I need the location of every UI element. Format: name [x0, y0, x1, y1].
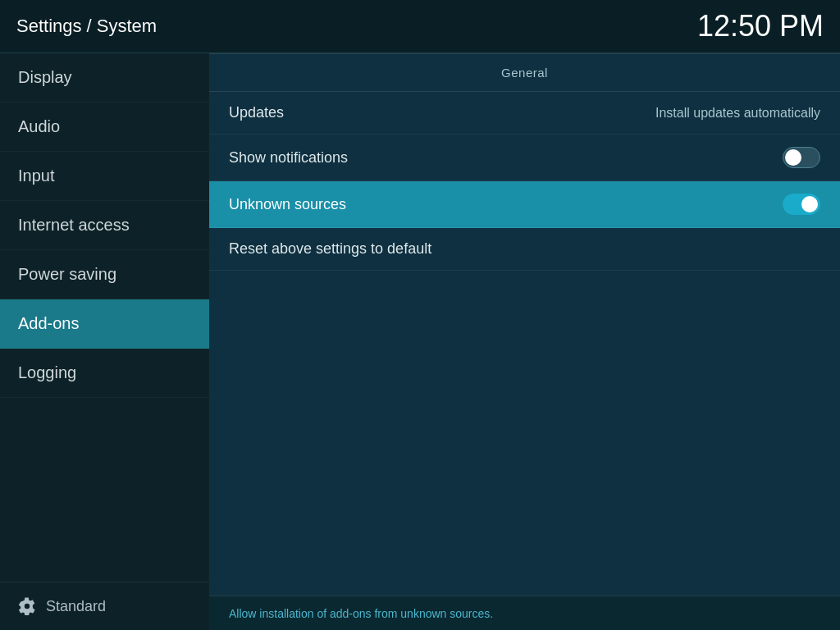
sidebar-item-power-saving[interactable]: Power saving — [0, 250, 209, 299]
updates-value: Install updates automatically — [655, 106, 820, 121]
main-content-area: General Updates Install updates automati… — [209, 53, 840, 630]
reset-settings-row[interactable]: Reset above settings to default — [209, 228, 840, 271]
sidebar-item-logging[interactable]: Logging — [0, 349, 209, 398]
sidebar-footer[interactable]: Standard — [0, 582, 209, 630]
profile-label: Standard — [46, 598, 106, 615]
unknown-sources-row[interactable]: Unknown sources — [209, 181, 840, 228]
topbar: Settings / System 12:50 PM — [0, 0, 840, 53]
clock: 12:50 PM — [697, 9, 824, 43]
sidebar: Display Audio Input Internet access Powe… — [0, 53, 209, 630]
hint-text: Allow installation of add-ons from unkno… — [229, 607, 493, 620]
sidebar-item-internet-access[interactable]: Internet access — [0, 201, 209, 250]
sidebar-item-audio[interactable]: Audio — [0, 103, 209, 152]
reset-settings-label: Reset above settings to default — [229, 240, 431, 258]
section-header: General — [209, 54, 840, 92]
gear-icon — [18, 597, 36, 615]
sidebar-item-add-ons[interactable]: Add-ons — [0, 299, 209, 349]
unknown-sources-toggle[interactable] — [783, 194, 820, 215]
page-title: Settings / System — [16, 16, 157, 37]
unknown-sources-label: Unknown sources — [229, 196, 346, 213]
main-footer: Allow installation of add-ons from unkno… — [209, 596, 840, 630]
show-notifications-toggle[interactable] — [783, 147, 820, 168]
sidebar-item-display[interactable]: Display — [0, 53, 209, 103]
show-notifications-row[interactable]: Show notifications — [209, 135, 840, 181]
toggle-knob — [785, 149, 801, 166]
show-notifications-label: Show notifications — [229, 149, 348, 167]
updates-label: Updates — [229, 104, 284, 121]
sidebar-item-input[interactable]: Input — [0, 152, 209, 201]
toggle-knob-2 — [801, 196, 818, 212]
updates-row[interactable]: Updates Install updates automatically — [209, 92, 840, 135]
